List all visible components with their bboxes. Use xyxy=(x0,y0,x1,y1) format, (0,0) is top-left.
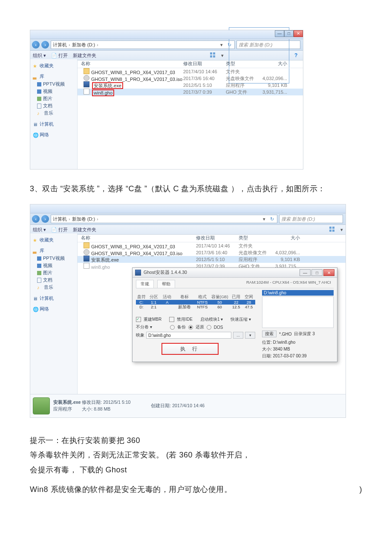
file-row-gho[interactable]: win8.gho 2017/3/7 0:39 GHO 文件 3,931,715.… xyxy=(78,89,303,95)
toolbar-newfolder[interactable]: 新建文件夹 xyxy=(73,52,96,59)
col-name[interactable]: 名称 xyxy=(78,235,196,241)
search-gho-button[interactable]: 搜索 xyxy=(262,331,277,337)
sidebar-favorites[interactable]: ★收藏夹 xyxy=(33,63,75,69)
dialog-min-button[interactable]: — xyxy=(300,269,311,276)
sidebar-music[interactable]: ♪音乐 xyxy=(33,284,75,291)
th-label: 卷标 xyxy=(174,294,195,300)
toolbar-open[interactable]: 📄 打开 xyxy=(51,52,68,59)
breadcrumb[interactable]: 计算机 › 新加卷 (D:) › ▾ ↻ xyxy=(51,40,235,49)
nav-back-button[interactable]: ‹ xyxy=(32,215,40,223)
sidebar-documents[interactable]: 文档 xyxy=(33,276,75,284)
chevron-down-icon[interactable]: ▾ xyxy=(219,42,224,48)
sidebar-music[interactable]: ♪音乐 xyxy=(33,109,75,117)
tab-help[interactable]: 帮助 xyxy=(157,280,175,288)
gho-listbox[interactable] xyxy=(262,296,334,328)
dialog-max-button[interactable]: □ xyxy=(311,269,323,276)
file-row-installer[interactable]: 安装系统.exe 2012/5/1 5:10 应用程序 9,101 KB xyxy=(78,82,303,89)
dos-radio[interactable] xyxy=(207,325,211,330)
sidebar-network[interactable]: 🌐网络 xyxy=(33,132,75,138)
fast-compress-dropdown[interactable]: 快速压缩 ▾ xyxy=(231,316,251,322)
restore-radio[interactable] xyxy=(188,325,193,330)
help-icon[interactable]: ? xyxy=(294,52,300,58)
file-type: 文件夹 xyxy=(226,69,259,75)
refresh-icon[interactable]: ↻ xyxy=(268,216,275,222)
system-info-label: RAM:1024M - CPU:X64 - OS:X64 WIN_7 AHCI xyxy=(246,280,331,285)
nav-forward-button[interactable]: › xyxy=(41,41,49,49)
sidebar-libraries[interactable]: ▃库 xyxy=(33,73,75,80)
sidebar-computer[interactable]: 🖥计算机 xyxy=(33,295,75,302)
sidebar-favorites-label: 收藏夹 xyxy=(40,63,54,69)
details-created-label: 创建日期: xyxy=(151,403,171,408)
breadcrumb-drive[interactable]: 新加卷 (D:) xyxy=(72,216,95,222)
dialog-titlebar[interactable]: Ghost安装器 1.4.4.30 — □ ✕ xyxy=(133,268,337,278)
sidebar-pictures[interactable]: 图片 xyxy=(33,269,75,276)
depth-label: 目录深度 3 xyxy=(294,331,314,337)
selected-gho-path[interactable]: D:\win8.gho xyxy=(262,290,334,296)
window-max-button[interactable]: □ xyxy=(284,30,294,37)
view-icons-icon[interactable] xyxy=(210,52,216,58)
col-name[interactable]: 名称 xyxy=(78,60,183,67)
sidebar-computer[interactable]: 🖥计算机 xyxy=(33,121,75,127)
col-date[interactable]: 修改日期 xyxy=(196,235,239,241)
sidebar-network[interactable]: 🌐网络 xyxy=(33,306,75,312)
split-dropdown[interactable]: 不分卷 ▾ xyxy=(136,324,152,330)
partition-row-c[interactable]: C: 1:1 A NTFS 50 22 28 xyxy=(136,300,255,305)
toolbar-newfolder[interactable]: 新建文件夹 xyxy=(73,227,96,233)
disable-ide-checkbox[interactable] xyxy=(169,317,174,322)
cell: NTFS xyxy=(195,305,210,310)
file-name: GHOST_WIN8_1_PRO_X64_V2017_03 xyxy=(91,244,175,249)
view-icons-icon[interactable] xyxy=(329,227,335,233)
nav-forward-button[interactable]: › xyxy=(41,215,49,223)
window-close-button[interactable]: ✕ xyxy=(294,30,303,37)
dropdown-button[interactable]: ▾ xyxy=(245,332,255,339)
browse-button[interactable]: ... xyxy=(233,332,243,339)
sidebar-libraries[interactable]: ▃库 xyxy=(33,247,75,254)
details-size: 8.88 MB xyxy=(94,406,110,411)
file-row-installer[interactable]: 安装系统.exe 2012/5/1 5:10 应用程序 9,101 KB xyxy=(78,256,346,263)
col-size[interactable]: 大小 xyxy=(259,60,291,67)
column-headers[interactable]: 名称 修改日期 类型 大小 xyxy=(78,59,303,68)
col-type[interactable]: 类型 xyxy=(239,235,272,241)
boot-module-dropdown[interactable]: 启动模块1 ▾ xyxy=(200,316,223,322)
file-row[interactable]: GHOST_WIN8_1_PRO_X64_V2017_03.iso 2017/3… xyxy=(78,75,303,82)
file-row[interactable]: GHOST_WIN8_1_PRO_X64_V2017_03 2017/4/10 … xyxy=(78,242,346,249)
execute-button[interactable]: 执行 xyxy=(161,343,219,355)
breadcrumb-drive[interactable]: 新加卷 (D:) xyxy=(72,42,95,48)
file-size: 3,931,715... xyxy=(259,89,291,95)
toolbar-organize[interactable]: 组织 ▾ xyxy=(33,227,46,233)
toolbar-organize[interactable]: 组织 ▾ xyxy=(33,52,46,59)
tip-line-4a: Win8 系统镜像的软件都是安全无毒的，用户可放心使用。 xyxy=(30,480,232,500)
sidebar-videos[interactable]: 视频 xyxy=(33,88,75,95)
backup-radio[interactable] xyxy=(170,325,175,330)
col-date[interactable]: 修改日期 xyxy=(183,60,226,67)
window-min-button[interactable]: — xyxy=(275,30,284,37)
column-headers[interactable]: 名称 修改日期 类型 大小 xyxy=(78,233,346,242)
col-type[interactable]: 类型 xyxy=(226,60,259,67)
dialog-close-button[interactable]: ✕ xyxy=(323,269,334,276)
sidebar-documents[interactable]: 文档 xyxy=(33,102,75,109)
file-date: 2017/4/10 14:46 xyxy=(196,243,239,248)
tab-normal[interactable]: 常规 xyxy=(136,280,154,288)
toolbar-open[interactable]: 📄 打开 xyxy=(51,227,68,233)
chevron-down-icon[interactable]: ▾ xyxy=(340,227,343,233)
breadcrumb-root[interactable]: 计算机 xyxy=(53,216,67,222)
chevron-down-icon[interactable]: ▾ xyxy=(262,216,267,222)
col-size[interactable]: 大小 xyxy=(272,235,304,241)
sidebar-videos[interactable]: 视频 xyxy=(33,262,75,269)
file-row[interactable]: GHOST_WIN8_1_PRO_X64_V2017_03.iso 2017/3… xyxy=(78,249,346,256)
sidebar-pptv[interactable]: PPTV视频 xyxy=(33,255,75,262)
sidebar-pictures[interactable]: 图片 xyxy=(33,95,75,102)
partition-row-d[interactable]: D: 2:1 新加卷 NTFS 60 12.5 47.5 xyxy=(136,305,255,310)
explorer-window-2: ‹ › 计算机 › 新加卷 (D:) › ▾ ↻ 搜索 新加卷 (D:) 组织 … xyxy=(30,204,346,418)
sidebar-pptv[interactable]: PPTV视频 xyxy=(33,81,75,88)
file-row[interactable]: GHOST_WIN8_1_PRO_X64_V2017_03 2017/4/10 … xyxy=(78,68,303,75)
image-path-input[interactable]: D:\win8.gho xyxy=(146,332,231,339)
chevron-down-icon[interactable]: ▾ xyxy=(221,53,224,58)
rebuild-mbr-checkbox[interactable] xyxy=(136,317,141,322)
sidebar-favorites[interactable]: ★收藏夹 xyxy=(33,237,75,243)
search-input[interactable]: 搜索 新加卷 (D:) xyxy=(279,215,343,223)
breadcrumb-root[interactable]: 计算机 xyxy=(53,42,67,48)
breadcrumb[interactable]: 计算机 › 新加卷 (D:) › ▾ ↻ xyxy=(51,215,277,223)
dialog-title: Ghost安装器 1.4.4.30 xyxy=(144,270,187,276)
nav-back-button[interactable]: ‹ xyxy=(32,41,40,49)
